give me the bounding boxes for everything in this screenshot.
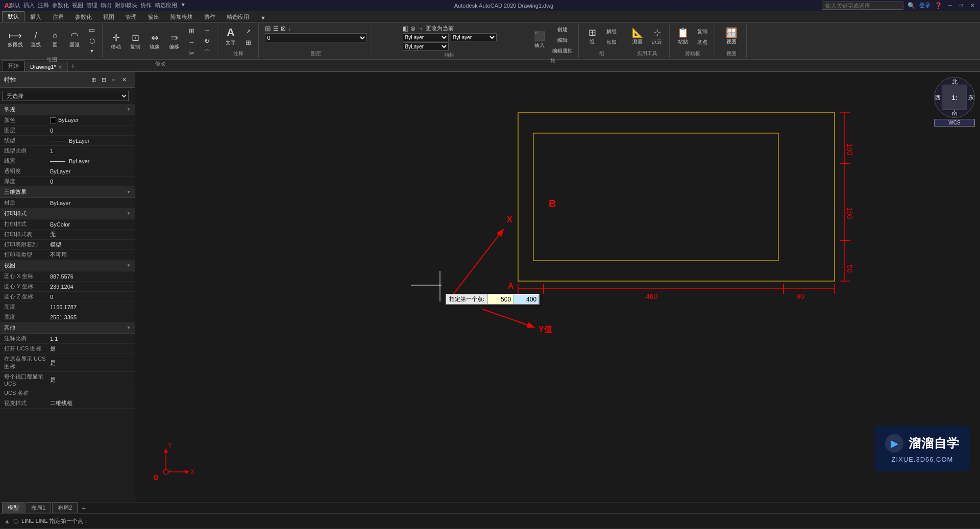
section-print[interactable]: 打印样式 xyxy=(0,208,135,219)
menu-default[interactable]: 默认 xyxy=(9,2,20,9)
layer-selector[interactable]: 0 xyxy=(265,33,367,42)
svg-rect-4 xyxy=(533,133,778,261)
win-close-btn[interactable]: ✕ xyxy=(969,2,976,9)
canvas-area[interactable]: [-][俯视][二维线框] 50 460 xyxy=(135,72,980,502)
tab-addons[interactable]: 附加模块 xyxy=(165,12,199,22)
props-btn-close[interactable]: ✕ xyxy=(119,75,129,84)
btn-view-mgr[interactable]: 🪟视图 xyxy=(722,27,741,47)
layout-tab-model[interactable]: 模型 xyxy=(2,502,24,513)
btn-polygon[interactable]: ⬡ xyxy=(85,36,99,46)
command-line: ▲ ⬡ LINE LINE 指定第一个点： xyxy=(0,513,980,528)
tab-view[interactable]: 视图 xyxy=(97,12,120,22)
menu-view[interactable]: 视图 xyxy=(72,2,83,9)
di-x-input[interactable] xyxy=(488,295,513,304)
svg-text:X: X xyxy=(190,468,194,475)
search-icon[interactable]: 🔍 xyxy=(908,2,915,9)
btn-paste[interactable]: 📋粘贴 xyxy=(674,27,692,47)
btn-mirror[interactable]: ⇔镜像 xyxy=(145,32,164,52)
dynamic-input: 指定第一个点: xyxy=(446,294,540,305)
menu-collab[interactable]: 协作 xyxy=(140,2,152,9)
row-ucs-name: UCS 名称 xyxy=(0,388,135,398)
btn-leader[interactable]: ↗ xyxy=(241,26,255,37)
menu-manage[interactable]: 管理 xyxy=(86,2,97,9)
expand-cmd-btn[interactable]: ▲ xyxy=(4,518,10,525)
tab-output[interactable]: 输出 xyxy=(142,12,165,22)
ribbon-content: ⟼多段线 /直线 ○圆 ◠圆弧 ▭ ⬡ xyxy=(0,22,980,59)
row-cz: 圆心 Z 坐标 0 xyxy=(0,292,135,302)
props-btn-resize[interactable]: ↔ xyxy=(109,75,118,84)
props-btn-alphabetical[interactable]: ⊟ xyxy=(99,75,108,84)
btn-arc[interactable]: ◠圆弧 xyxy=(65,30,84,50)
btn-array[interactable]: ⊞ xyxy=(184,26,199,36)
tab-manage[interactable]: 管理 xyxy=(120,12,142,22)
btn-move[interactable]: ✛移动 xyxy=(107,32,125,52)
btn-offset[interactable]: ⇛偏移 xyxy=(165,32,183,52)
new-tab-btn[interactable]: + xyxy=(68,60,78,71)
menu-output[interactable]: 输出 xyxy=(101,2,112,9)
menu-featured[interactable]: 精选应用 xyxy=(155,2,177,9)
layout-tab-layout1[interactable]: 布局1 xyxy=(26,502,51,513)
btn-cut[interactable]: 复制 xyxy=(693,27,712,37)
tab-drawing1-close[interactable]: ✕ xyxy=(58,64,62,70)
layout-tab-add[interactable]: + xyxy=(79,503,89,513)
btn-trim[interactable]: ✂ xyxy=(184,48,199,59)
tab-start[interactable]: 开始 xyxy=(2,60,24,71)
btn-group[interactable]: ⊞组 xyxy=(583,27,601,47)
btn-stretch[interactable]: ↔ xyxy=(184,37,199,47)
btn-edit-attrib[interactable]: 编辑属性 xyxy=(550,46,575,56)
menu-expand[interactable]: ▼ xyxy=(180,2,186,9)
linetype-selector[interactable]: ByLayer xyxy=(451,33,497,41)
win-max-btn[interactable]: □ xyxy=(958,2,965,9)
btn-insert[interactable]: ⬛插入 xyxy=(530,30,549,51)
tab-collab[interactable]: 协作 xyxy=(199,12,221,22)
props-selector[interactable]: 无选择 xyxy=(2,91,129,101)
cmd-input[interactable] xyxy=(92,518,976,524)
btn-table[interactable]: ⊞ xyxy=(241,37,255,48)
btn-rect[interactable]: ▭ xyxy=(85,24,99,35)
tab-featured[interactable]: 精选应用 xyxy=(221,12,255,22)
btn-ungroup[interactable]: 解组 xyxy=(602,27,621,37)
btn-basepoint[interactable]: 基点 xyxy=(693,37,712,47)
btn-more-draw[interactable]: ▼ xyxy=(85,47,99,55)
tab-default[interactable]: 默认 xyxy=(2,11,24,22)
props-btn-categorize[interactable]: ⊞ xyxy=(89,75,98,84)
search-input[interactable] xyxy=(822,2,903,10)
tab-parametric[interactable]: 参数化 xyxy=(69,12,97,22)
help-icon[interactable]: ❓ xyxy=(935,2,942,9)
btn-circle[interactable]: ○圆 xyxy=(46,30,64,50)
linewidth-selector[interactable]: ByLayer xyxy=(403,42,449,51)
menu-parametric[interactable]: 参数化 xyxy=(52,2,69,9)
section-general[interactable]: 常规 xyxy=(0,104,135,115)
menu-insert[interactable]: 插入 xyxy=(23,2,35,9)
btn-multiline[interactable]: ⟼多段线 xyxy=(5,30,26,50)
section-view[interactable]: 视图 xyxy=(0,260,135,271)
btn-pointcloud[interactable]: ⊹点云 xyxy=(648,27,666,47)
row-plotstyle-type: 打印表类型 不可用 xyxy=(0,250,135,260)
di-y-input[interactable] xyxy=(513,295,539,304)
match-icon: ⊜ xyxy=(410,25,415,32)
tab-insert[interactable]: 插入 xyxy=(24,12,47,22)
login-btn[interactable]: 登录 xyxy=(919,2,930,9)
btn-create-block[interactable]: 创建 xyxy=(550,24,575,35)
btn-edit-block[interactable]: 编辑 xyxy=(550,35,575,45)
btn-copy[interactable]: ⊡复制 xyxy=(126,32,144,52)
section-other[interactable]: 其他 xyxy=(0,322,135,334)
layer-icon: ⊞ xyxy=(265,24,271,33)
tab-more[interactable]: ▼ xyxy=(255,13,272,22)
menu-addons[interactable]: 附加模块 xyxy=(115,2,137,9)
btn-measure[interactable]: 📐测量 xyxy=(628,27,647,47)
btn-fillet[interactable]: ⌒ xyxy=(200,47,214,59)
tab-drawing1[interactable]: Drawing1* ✕ xyxy=(24,62,68,71)
btn-line[interactable]: /直线 xyxy=(27,30,45,50)
btn-rotate[interactable]: ↻ xyxy=(200,36,214,46)
win-min-btn[interactable]: ─ xyxy=(946,2,953,9)
btn-extend[interactable]: → xyxy=(200,24,214,35)
color-selector[interactable]: ByLayer xyxy=(403,33,449,41)
menu-annotate[interactable]: 注释 xyxy=(38,2,49,9)
tab-annotate[interactable]: 注释 xyxy=(47,12,69,22)
section-3d[interactable]: 三维效果 xyxy=(0,187,135,198)
properties-header: 特性 ⊞ ⊟ ↔ ✕ xyxy=(0,72,135,88)
layout-tab-layout2[interactable]: 布局2 xyxy=(52,502,78,513)
btn-text[interactable]: A文字 xyxy=(222,26,240,48)
btn-add-group[interactable]: 添加 xyxy=(602,37,621,47)
